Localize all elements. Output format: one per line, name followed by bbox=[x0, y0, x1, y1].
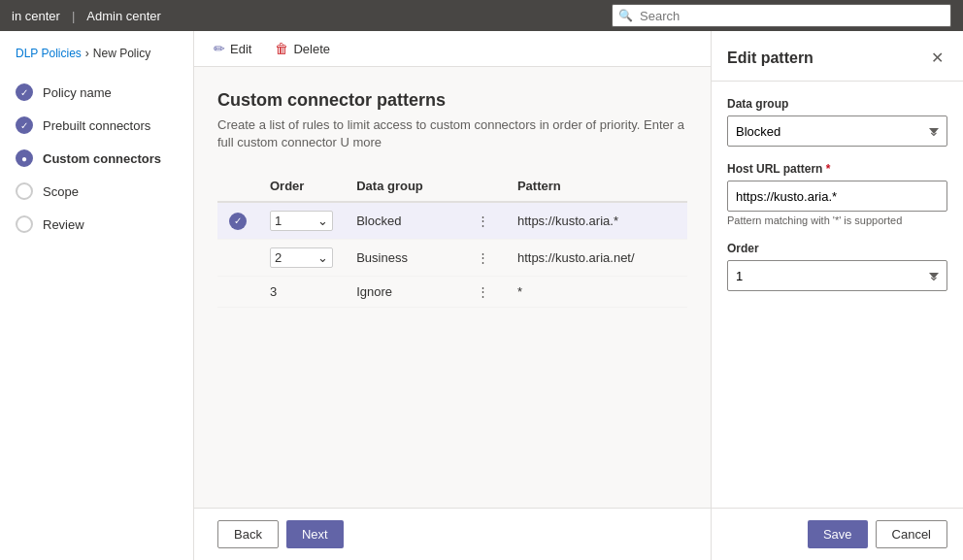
topbar: in center | Admin center 🔍 bbox=[0, 0, 963, 31]
search-container: 🔍 bbox=[612, 4, 951, 27]
row-pattern-1: https://kusto.aria.* bbox=[506, 202, 687, 240]
row-order-cell[interactable]: 1 ⌄ bbox=[258, 202, 345, 240]
sidebar-label-review: Review bbox=[43, 217, 84, 232]
edit-panel-header: Edit pattern ✕ bbox=[712, 31, 963, 82]
cancel-button[interactable]: Cancel bbox=[876, 520, 947, 548]
row-datagroup-1: Blocked bbox=[345, 202, 461, 240]
field-group-data-group: Data group Blocked Business Non-Business… bbox=[727, 97, 947, 147]
edit-label: Edit bbox=[230, 42, 251, 56]
table-row[interactable]: 3 Ignore ⋮ * bbox=[217, 277, 687, 308]
sidebar-label-prebuilt: Prebuilt connectors bbox=[43, 118, 150, 133]
row-order-cell-3: 3 bbox=[258, 277, 345, 308]
row-context-menu-3[interactable]: ⋮ bbox=[473, 284, 494, 299]
order-dropdown-2[interactable]: 2 ⌄ bbox=[270, 247, 333, 268]
col-check bbox=[217, 171, 258, 202]
edit-panel: Edit pattern ✕ Data group Blocked Busine… bbox=[711, 31, 963, 560]
host-url-hint: Pattern matching with '*' is supported bbox=[727, 214, 947, 226]
row-check-cell: ✓ bbox=[217, 202, 258, 240]
next-button[interactable]: Next bbox=[286, 520, 344, 548]
step-icon-review bbox=[16, 215, 33, 233]
row-menu-3[interactable]: ⋮ bbox=[461, 277, 506, 308]
row-selected-icon: ✓ bbox=[229, 213, 247, 230]
order-value-3: 3 bbox=[270, 284, 277, 299]
order-value-2: 2 bbox=[275, 250, 315, 265]
breadcrumb-parent[interactable]: DLP Policies bbox=[16, 47, 82, 60]
field-group-host-url: Host URL pattern Pattern matching with '… bbox=[727, 162, 947, 226]
edit-panel-footer: Save Cancel bbox=[712, 508, 963, 560]
search-icon: 🔍 bbox=[618, 9, 633, 22]
sidebar-nav: ✓ Policy name ✓ Prebuilt connectors ● Cu… bbox=[0, 76, 193, 241]
admin-center-label: Admin center bbox=[86, 9, 161, 23]
order-select[interactable]: 1 2 3 bbox=[727, 260, 947, 291]
breadcrumb-separator: › bbox=[85, 47, 89, 60]
edit-panel-body: Data group Blocked Business Non-Business… bbox=[712, 82, 963, 508]
row-check-cell-2 bbox=[217, 240, 258, 277]
breadcrumb: DLP Policies › New Policy bbox=[0, 39, 193, 68]
row-menu-2[interactable]: ⋮ bbox=[461, 240, 506, 277]
sidebar: DLP Policies › New Policy ✓ Policy name … bbox=[0, 31, 194, 560]
close-panel-button[interactable]: ✕ bbox=[927, 47, 947, 69]
host-url-input[interactable] bbox=[727, 181, 947, 212]
sidebar-item-custom-connectors[interactable]: ● Custom connectors bbox=[0, 142, 193, 175]
row-context-menu-1[interactable]: ⋮ bbox=[473, 214, 494, 228]
edit-icon: ✏ bbox=[214, 41, 225, 56]
sidebar-item-review[interactable]: Review bbox=[0, 208, 193, 241]
section-description: Create a list of rules to limit access t… bbox=[217, 116, 687, 151]
chevron-down-icon-2: ⌄ bbox=[317, 250, 328, 265]
topbar-divider: | bbox=[72, 9, 75, 23]
edit-button[interactable]: ✏ Edit bbox=[210, 39, 255, 58]
order-label: Order bbox=[727, 242, 947, 255]
table-row[interactable]: ✓ 1 ⌄ Blocked ⋮ https://kusto.aria.* bbox=[217, 202, 687, 240]
sidebar-item-scope[interactable]: Scope bbox=[0, 175, 193, 208]
row-check-cell-3 bbox=[217, 277, 258, 308]
bottom-nav: Back Next bbox=[194, 508, 711, 560]
data-group-select[interactable]: Blocked Business Non-Business Ignore bbox=[727, 115, 947, 147]
patterns-table: Order Data group Pattern ✓ 1 bbox=[217, 171, 687, 308]
step-icon-policy-name: ✓ bbox=[16, 83, 33, 101]
data-group-label: Data group bbox=[727, 97, 947, 111]
order-value-1: 1 bbox=[275, 214, 315, 228]
delete-icon: 🗑 bbox=[275, 41, 288, 56]
row-pattern-3: * bbox=[506, 277, 687, 308]
col-actions bbox=[461, 171, 506, 202]
edit-panel-title: Edit pattern bbox=[727, 49, 814, 67]
row-datagroup-3: Ignore bbox=[345, 277, 461, 308]
row-menu-1[interactable]: ⋮ bbox=[461, 202, 506, 240]
row-context-menu-2[interactable]: ⋮ bbox=[473, 250, 494, 265]
row-pattern-2: https://kusto.aria.net/ bbox=[506, 240, 687, 277]
row-datagroup-2: Business bbox=[345, 240, 461, 277]
step-icon-scope bbox=[16, 182, 33, 200]
data-group-select-wrapper: Blocked Business Non-Business Ignore bbox=[727, 115, 947, 147]
sidebar-item-prebuilt-connectors[interactable]: ✓ Prebuilt connectors bbox=[0, 109, 193, 142]
sidebar-label-custom: Custom connectors bbox=[43, 151, 161, 166]
back-button[interactable]: Back bbox=[217, 520, 279, 548]
content-toolbar: ✏ Edit 🗑 Delete bbox=[194, 31, 711, 67]
save-button[interactable]: Save bbox=[808, 520, 868, 548]
step-icon-custom: ● bbox=[16, 149, 33, 167]
breadcrumb-current: New Policy bbox=[93, 47, 150, 60]
step-icon-prebuilt: ✓ bbox=[16, 116, 33, 134]
col-pattern: Pattern bbox=[506, 171, 687, 202]
sidebar-label-scope: Scope bbox=[43, 184, 79, 199]
content-area: ✏ Edit 🗑 Delete Custom connector pattern… bbox=[194, 31, 711, 560]
sidebar-label-policy-name: Policy name bbox=[43, 85, 112, 100]
content-body: Custom connector patterns Create a list … bbox=[194, 67, 711, 508]
row-order-cell-2[interactable]: 2 ⌄ bbox=[258, 240, 345, 277]
section-title: Custom connector patterns bbox=[217, 90, 687, 111]
field-group-order: Order 1 2 3 bbox=[727, 242, 947, 291]
delete-button[interactable]: 🗑 Delete bbox=[271, 39, 334, 58]
col-order: Order bbox=[258, 171, 345, 202]
chevron-down-icon: ⌄ bbox=[317, 214, 328, 228]
sidebar-item-policy-name[interactable]: ✓ Policy name bbox=[0, 76, 193, 109]
order-select-wrapper: 1 2 3 bbox=[727, 260, 947, 291]
table-row[interactable]: 2 ⌄ Business ⋮ https://kusto.aria.net/ bbox=[217, 240, 687, 277]
delete-label: Delete bbox=[293, 42, 330, 56]
app-name: in center bbox=[12, 9, 60, 23]
host-url-label: Host URL pattern bbox=[727, 162, 947, 176]
search-input[interactable] bbox=[612, 4, 951, 27]
order-dropdown-1[interactable]: 1 ⌄ bbox=[270, 211, 333, 231]
col-data-group: Data group bbox=[345, 171, 461, 202]
main-layout: DLP Policies › New Policy ✓ Policy name … bbox=[0, 31, 963, 560]
